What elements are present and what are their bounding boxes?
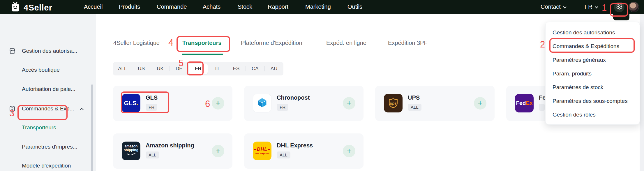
carrier-title: GLS [146, 94, 158, 101]
carrier-card-ups: ups UPS ALL + [375, 86, 495, 121]
brand-logo[interactable]: 4Seller [10, 2, 52, 13]
filter-us[interactable]: US [132, 62, 151, 75]
add-carrier-button[interactable]: + [343, 97, 355, 110]
nav-stock[interactable]: Stock [238, 3, 252, 10]
add-carrier-button[interactable]: + [212, 145, 224, 157]
fedex-logo-fed: Fed [516, 100, 526, 106]
active-tab-underline [182, 54, 223, 55]
carrier-region-badge [539, 104, 545, 111]
store-icon [9, 47, 16, 54]
page-scrollbar[interactable] [640, 14, 644, 171]
add-carrier-button[interactable]: + [474, 97, 486, 110]
nav-commande[interactable]: Commande [157, 3, 187, 10]
settings-gear-button[interactable] [614, 2, 624, 12]
sidebar-item-modele-expedition[interactable]: Modèle d'expédition [22, 162, 71, 169]
amazon-shipping-logo: amazon shipping [122, 142, 140, 160]
annotation-step-1: 1 [602, 3, 607, 13]
carrier-region-badge: ALL [277, 151, 290, 158]
tab-transporteurs[interactable]: Transporteurs [182, 40, 221, 46]
dhl-logo: DHL DHL Express [253, 142, 271, 160]
menu-item-gestion-autorisations[interactable]: Gestion des autorisations [546, 26, 640, 39]
filter-es[interactable]: ES [227, 62, 246, 75]
ups-logo: ups [384, 94, 403, 112]
carrier-region-badge: ALL [146, 151, 159, 158]
contact-label: Contact [541, 3, 561, 10]
tab-expedition-3pf[interactable]: Expédition 3PF [388, 40, 428, 46]
filter-fr[interactable]: FR [189, 64, 208, 74]
amazon-logo-line2: shipping [124, 148, 138, 152]
carrier-region-badge: FR [146, 104, 157, 111]
carrier-card-amazon-shipping: amazon shipping Amazon shipping ALL + [113, 133, 232, 169]
carrier-title: DHL Express [277, 142, 313, 149]
add-carrier-button[interactable]: + [212, 97, 224, 110]
carrier-region-badge: ALL [408, 104, 421, 111]
country-filter-group: ALL US UK DE FR IT ES CA AU [113, 62, 283, 75]
settings-dropdown-menu: Gestion des autorisations Commandes & Ex… [545, 22, 640, 125]
nav-marketing[interactable]: Marketing [305, 3, 331, 10]
annotation-step-4: 4 [168, 38, 173, 48]
add-carrier-button[interactable]: + [343, 145, 355, 157]
sidebar-item-parametres-impression[interactable]: Paramètres d'impres... [22, 143, 77, 150]
tab-exped-en-ligne[interactable]: Expéd. en ligne [326, 40, 366, 46]
menu-item-gestion-roles[interactable]: Gestion des rôles [546, 108, 640, 121]
menu-item-parametres-sous-comptes[interactable]: Paramètres des sous-comptes [546, 94, 640, 108]
carrier-title: Amazon shipping [146, 142, 194, 149]
carrier-card-dhl-express: DHL DHL Express DHL Express ALL + [244, 133, 364, 169]
filter-it[interactable]: IT [208, 62, 227, 75]
annotation-step-5: 5 [179, 58, 184, 68]
sidebar-item-transporteurs[interactable]: Transporteurs [22, 124, 56, 131]
nav-achats[interactable]: Achats [203, 3, 220, 10]
annotation-step-6: 6 [205, 99, 210, 109]
chevron-down-icon [563, 5, 566, 8]
gls-logo-text: GLS [124, 100, 136, 107]
user-avatar[interactable] [629, 2, 639, 12]
gear-button-tail [613, 13, 629, 20]
sidebar-scrollbar[interactable] [91, 84, 93, 171]
gear-icon [616, 3, 623, 11]
menu-item-parametres-generaux[interactable]: Paramètres généraux [546, 53, 640, 67]
top-navigation-bar: 4Seller Accueil Produits Commande Achats… [0, 0, 644, 14]
nav-outils[interactable]: Outils [347, 3, 362, 10]
filter-all[interactable]: ALL [113, 62, 132, 75]
chronopost-cube-icon [256, 97, 268, 110]
gls-logo: GLS. [122, 94, 140, 112]
settings-sidebar: Gestion des autorisa... Accès boutique A… [0, 14, 96, 171]
fedex-logo: FedEx [515, 94, 534, 112]
chevron-down-icon [595, 5, 598, 8]
contact-dropdown[interactable]: Contact [541, 3, 566, 10]
brand-name: 4Seller [24, 3, 52, 13]
carrier-title: Chronopost [277, 94, 310, 101]
sidebar-item-autorisation-paiement[interactable]: Autorisation de paie... [22, 86, 75, 93]
menu-item-parametres-stock[interactable]: Paramètres de stock [546, 80, 640, 94]
shopping-bag-logo-icon [10, 2, 20, 13]
language-label: FR [585, 3, 592, 10]
language-dropdown[interactable]: FR [585, 3, 598, 10]
chevron-up-icon[interactable] [80, 108, 84, 112]
sidebar-item-gestion-autorisations[interactable]: Gestion des autorisa... [22, 47, 77, 54]
filter-uk[interactable]: UK [151, 62, 170, 75]
tab-4seller-logistique[interactable]: 4Seller Logistique [113, 40, 160, 46]
menu-item-param-produits[interactable]: Param. produits [546, 67, 640, 80]
tab-plateforme-expedition[interactable]: Plateforme d'Expédition [241, 40, 302, 46]
nav-accueil[interactable]: Accueil [84, 3, 103, 10]
annotation-step-2: 2 [540, 40, 545, 50]
carrier-card-chronopost: Chronopost FR + [244, 86, 364, 121]
sidebar-item-commandes-expeditions[interactable]: Commandes & Exp... [22, 105, 74, 112]
carrier-title: UPS [408, 94, 420, 101]
gls-logo-dot: . [137, 100, 138, 107]
annotation-step-3: 3 [9, 108, 14, 118]
nav-produits[interactable]: Produits [119, 3, 140, 10]
carrier-region-badge: FR [277, 104, 288, 111]
nav-rapport[interactable]: Rapport [268, 3, 288, 10]
ups-logo-text: ups [390, 101, 397, 105]
chronopost-logo [253, 94, 271, 112]
dhl-logo-subtext: DHL Express [255, 152, 269, 155]
menu-item-commandes-expeditions[interactable]: Commandes & Expéditions [546, 39, 640, 53]
carrier-card-gls: GLS. GLS FR + [113, 86, 232, 121]
filter-ca[interactable]: CA [246, 62, 264, 75]
dhl-logo-text: DHL [253, 147, 271, 152]
sidebar-item-acces-boutique[interactable]: Accès boutique [22, 66, 60, 73]
fedex-logo-ex: Ex [526, 100, 532, 106]
amazon-smile-icon [126, 152, 136, 157]
filter-au[interactable]: AU [264, 62, 283, 75]
